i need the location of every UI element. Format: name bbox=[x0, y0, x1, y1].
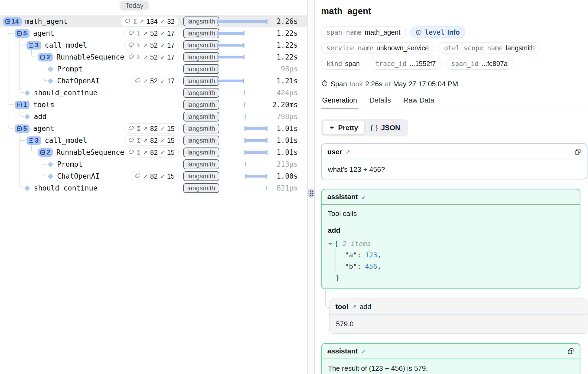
json-key: "b": bbox=[345, 263, 361, 270]
copy-button[interactable] bbox=[574, 148, 581, 155]
message-header: tool↗add bbox=[330, 299, 587, 315]
trace-row-should_continue[interactable]: should_continuelangsmith821µs bbox=[0, 182, 307, 194]
trace-row-Prompt[interactable]: Promptlangsmith98µs bbox=[0, 63, 307, 75]
message-direction-arrow-icon: ↗ bbox=[352, 303, 357, 310]
collapse-toggle-badge[interactable]: 5 bbox=[15, 29, 30, 38]
tree-node: 2RunnableSequence bbox=[38, 51, 124, 63]
badge-level: levelInfo bbox=[410, 27, 465, 38]
child-count: 1 bbox=[23, 101, 27, 109]
trace-row-agent[interactable]: 5agentΣ↗82↙15langsmith1.01s bbox=[0, 123, 307, 134]
duration-value: 1.01s bbox=[277, 134, 298, 146]
meta-took-word: took bbox=[349, 80, 363, 88]
input-tokens-arrow-icon: ↗ bbox=[143, 149, 148, 156]
message-header: user↗ bbox=[322, 144, 587, 160]
badge-trace_id: trace_id...1552f7 bbox=[370, 58, 441, 70]
toggle-label: JSON bbox=[381, 124, 400, 132]
input-tokens-arrow-icon: ↗ bbox=[143, 30, 148, 37]
toggle-json[interactable]: { }JSON bbox=[365, 121, 406, 134]
tab-generation[interactable]: Generation bbox=[321, 93, 358, 109]
json-key: "a": bbox=[345, 251, 361, 259]
collapse-toggle-badge[interactable]: 5 bbox=[15, 124, 30, 133]
tree-node: 1tools bbox=[15, 99, 54, 111]
badge-value: ...1552f7 bbox=[410, 60, 436, 68]
span-label: agent bbox=[33, 29, 54, 37]
trace-row-add[interactable]: addlangsmith798µs bbox=[0, 111, 307, 123]
panel-splitter[interactable] bbox=[307, 0, 315, 374]
input-tokens-arrow-icon: ↗ bbox=[143, 173, 148, 179]
collapse-toggle-badge[interactable]: 3 bbox=[27, 136, 41, 145]
collapse-toggle-badge[interactable]: 2 bbox=[38, 53, 53, 61]
trace-row-should_continue[interactable]: should_continuelangsmith424µs bbox=[0, 87, 307, 99]
trace-row-RunnableSequence[interactable]: 2RunnableSequenceΣ↗52↙17langsmith1.22s bbox=[0, 51, 307, 63]
tree-node: ChatOpenAI bbox=[47, 75, 100, 87]
trace-row-ChatOpenAI[interactable]: ChatOpenAI↗82↙15langsmith1.00s bbox=[0, 170, 307, 182]
trace-row-ChatOpenAI[interactable]: ChatOpenAI↗52↙17langsmith1.21s bbox=[0, 75, 307, 87]
timeline-track bbox=[217, 123, 267, 134]
items-count-label: 2 items bbox=[342, 240, 371, 248]
metadata-badges: span_namemath_agentlevelInfoservice_name… bbox=[321, 27, 588, 70]
tool-name: add bbox=[360, 303, 371, 311]
meta-at-word: at bbox=[385, 80, 391, 88]
trace-row-math_agent[interactable]: 14math_agentΣ↗134↙32langsmith2.26s bbox=[0, 15, 307, 27]
diamond-shape bbox=[47, 78, 53, 84]
tag-langsmith: langsmith bbox=[183, 76, 219, 86]
toggle-pretty[interactable]: Pretty bbox=[323, 121, 364, 134]
tool-connector-elbow bbox=[325, 289, 330, 308]
trace-row-call_model[interactable]: 3call_modelΣ↗52↙17langsmith1.22s bbox=[0, 39, 307, 51]
message-list: user↗what's 123 + 456?assistant↙Tool cal… bbox=[321, 143, 588, 374]
tree-node: ChatOpenAI bbox=[47, 170, 100, 182]
trace-row-tools[interactable]: 1toolslangsmith2.20ms bbox=[0, 99, 307, 111]
tab-details[interactable]: Details bbox=[368, 93, 392, 109]
sigma-icon: Σ bbox=[137, 30, 141, 37]
badge-row: service_nameunknown_serviceotel_scope_na… bbox=[321, 42, 588, 54]
tree-node: 5agent bbox=[15, 27, 54, 39]
token-usage-pill: Σ↗134↙32 bbox=[120, 16, 179, 27]
copy-button[interactable] bbox=[567, 348, 574, 355]
output-tokens: 17 bbox=[167, 77, 175, 85]
output-tokens-arrow-icon: ↙ bbox=[160, 137, 165, 144]
braces-icon: { } bbox=[371, 124, 378, 132]
timeline-track bbox=[217, 87, 267, 99]
collapse-toggle-badge[interactable]: 1 bbox=[15, 101, 30, 109]
tokens-icon bbox=[135, 173, 141, 180]
json-comma: , bbox=[377, 263, 381, 270]
message-card-assistant-3: assistant↙The result of (123 + 456) is 5… bbox=[321, 343, 580, 374]
collapse-toggle-badge[interactable]: 2 bbox=[38, 148, 53, 157]
chevron-down-icon[interactable] bbox=[328, 241, 332, 246]
json-arg-line: "a":123, bbox=[345, 249, 574, 261]
json-value: 456 bbox=[365, 263, 377, 270]
badge-value: ...fc897a bbox=[482, 60, 508, 68]
badge-value: unknown_service bbox=[376, 44, 429, 52]
token-usage-pill: Σ↗52↙17 bbox=[124, 40, 179, 50]
duration-value: 98µs bbox=[281, 63, 298, 75]
collapse-toggle-badge[interactable]: 3 bbox=[27, 41, 41, 50]
span-label: ChatOpenAI bbox=[57, 77, 100, 85]
timeline-bar bbox=[217, 32, 244, 35]
meta-span-word: Span bbox=[331, 80, 347, 88]
trace-row-agent[interactable]: 5agentΣ↗52↙17langsmith1.22s bbox=[0, 27, 307, 39]
timeline-tick bbox=[245, 114, 246, 119]
span-label: Prompt bbox=[57, 65, 83, 73]
message-header: assistant↙ bbox=[322, 189, 580, 205]
trace-tree: 14math_agentΣ↗134↙32langsmith2.26s5agent… bbox=[0, 15, 307, 194]
duration-value: 1.22s bbox=[277, 51, 298, 63]
tab-raw-data[interactable]: Raw Data bbox=[402, 93, 435, 109]
output-tokens-arrow-icon: ↙ bbox=[160, 125, 165, 132]
child-count: 14 bbox=[12, 18, 19, 25]
trace-row-call_model[interactable]: 3call_modelΣ↗82↙15langsmith1.01s bbox=[0, 134, 307, 146]
trace-row-Prompt[interactable]: Promptlangsmith213µs bbox=[0, 158, 307, 170]
trace-row-RunnableSequence[interactable]: 2RunnableSequenceΣ↗82↙15langsmith1.01s bbox=[0, 146, 307, 158]
collapse-minus-icon bbox=[5, 19, 10, 24]
splitter-drag-handle[interactable] bbox=[308, 189, 315, 198]
span-label: call_model bbox=[45, 136, 87, 145]
tag-langsmith: langsmith bbox=[183, 40, 219, 50]
collapse-minus-icon bbox=[29, 138, 33, 143]
tag-langsmith: langsmith bbox=[183, 112, 219, 122]
token-usage-pill: Σ↗82↙15 bbox=[124, 123, 179, 134]
badge-span_id: span_id...fc897a bbox=[446, 58, 513, 70]
output-tokens-arrow-icon: ↙ bbox=[160, 173, 165, 179]
collapse-toggle-badge[interactable]: 14 bbox=[3, 17, 22, 26]
duration-value: 1.22s bbox=[277, 39, 298, 51]
badge-value: span bbox=[345, 60, 360, 68]
sigma-icon: Σ bbox=[137, 149, 141, 156]
